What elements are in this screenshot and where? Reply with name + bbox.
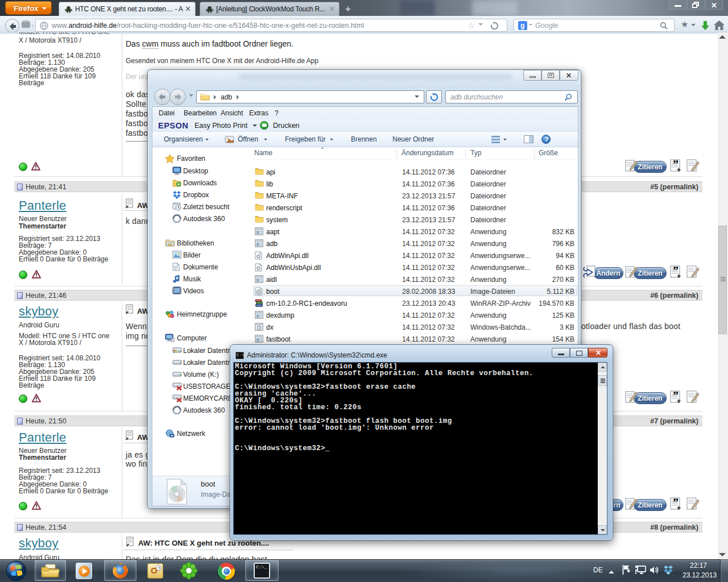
svg-text:+: + — [677, 397, 681, 404]
svg-text:+: + — [677, 504, 681, 511]
svg-text:+: + — [677, 272, 681, 279]
svg-text:+: + — [677, 166, 681, 173]
